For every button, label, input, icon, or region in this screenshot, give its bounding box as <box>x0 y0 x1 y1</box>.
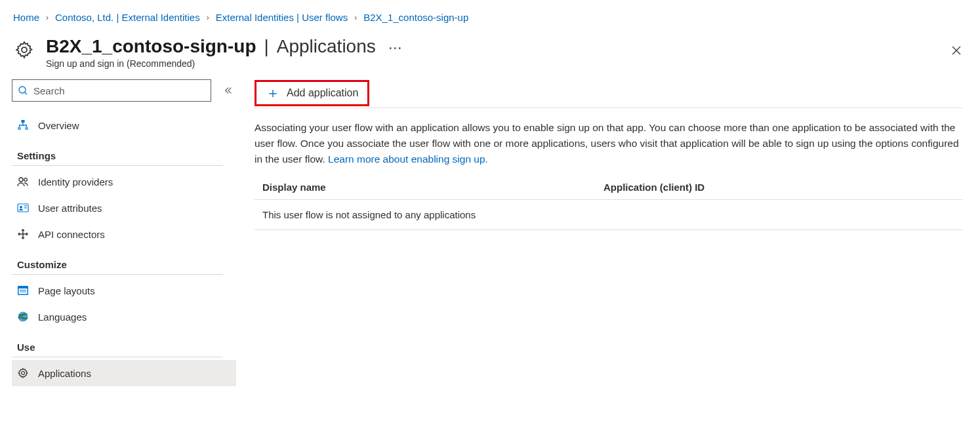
more-menu-icon[interactable]: ··· <box>380 42 403 56</box>
move-icon <box>17 228 29 240</box>
plus-icon: ＋ <box>266 86 280 100</box>
chevron-right-icon: › <box>207 13 209 22</box>
sidebar-item-applications[interactable]: Applications <box>12 360 236 386</box>
breadcrumb-user-flows[interactable]: External Identities | User flows <box>216 12 348 23</box>
chevron-right-icon: › <box>46 13 49 22</box>
breadcrumb-external-identities[interactable]: Contoso, Ltd. | External Identities <box>55 12 200 23</box>
page-section: Applications <box>277 36 376 57</box>
svg-point-9 <box>24 178 28 182</box>
breadcrumb-home[interactable]: Home <box>13 12 39 23</box>
applications-table: Display name Application (client) ID Thi… <box>255 175 963 230</box>
svg-point-8 <box>19 178 23 182</box>
svg-line-4 <box>25 92 28 95</box>
chevron-right-icon: › <box>354 13 357 22</box>
page-subtitle: Sign up and sign in (Recommended) <box>46 58 935 69</box>
page-title: B2X_1_contoso-sign-up | Applications ··· <box>46 36 935 57</box>
id-card-icon <box>17 202 29 214</box>
sidebar-item-page-layouts[interactable]: Page layouts <box>12 277 236 304</box>
sidebar-item-identity-providers[interactable]: Identity providers <box>12 168 236 195</box>
breadcrumb: Home › Contoso, Ltd. | External Identiti… <box>0 0 980 30</box>
svg-point-0 <box>22 47 27 52</box>
svg-point-19 <box>22 372 25 375</box>
gear-icon <box>13 39 35 61</box>
gear-icon <box>17 367 29 379</box>
collapse-sidebar-button[interactable] <box>220 83 236 98</box>
column-display-name[interactable]: Display name <box>262 182 603 193</box>
table-empty-row: This user flow is not assigned to any ap… <box>255 200 963 230</box>
sidebar-item-user-attributes[interactable]: User attributes <box>12 195 236 221</box>
main-content: ＋ Add application Associating your user … <box>236 74 980 386</box>
sidebar-item-label: Overview <box>38 120 79 131</box>
search-icon <box>18 85 28 96</box>
sidebar-item-label: User attributes <box>38 203 102 214</box>
svg-point-11 <box>20 206 22 208</box>
sidebar-item-label: Languages <box>38 311 87 323</box>
svg-rect-5 <box>22 120 25 123</box>
sidebar-section-customize: Customize <box>12 247 223 275</box>
search-input[interactable] <box>33 85 205 96</box>
sidebar-item-api-connectors[interactable]: API connectors <box>12 221 236 247</box>
sidebar-item-languages[interactable]: Languages <box>12 304 236 330</box>
sidebar-item-label: API connectors <box>38 229 105 240</box>
add-application-label: Add application <box>287 87 358 99</box>
close-button[interactable] <box>946 40 967 61</box>
sitemap-icon <box>17 119 29 131</box>
sidebar: Overview Settings Identity providers <box>0 74 236 386</box>
page-header: B2X_1_contoso-sign-up | Applications ···… <box>0 30 980 74</box>
sidebar-item-label: Page layouts <box>38 285 95 296</box>
sidebar-section-use: Use <box>12 330 223 357</box>
title-separator: | <box>260 36 272 57</box>
sidebar-item-label: Identity providers <box>38 176 113 188</box>
people-icon <box>17 176 29 188</box>
sidebar-item-label: Applications <box>38 368 91 379</box>
sidebar-item-overview[interactable]: Overview <box>12 112 236 138</box>
table-header: Display name Application (client) ID <box>255 175 963 200</box>
breadcrumb-current: B2X_1_contoso-sign-up <box>363 12 468 23</box>
toolbar: ＋ Add application <box>255 79 963 108</box>
globe-icon <box>17 311 29 323</box>
resource-name: B2X_1_contoso-sign-up <box>46 36 256 57</box>
learn-more-link[interactable]: Learn more about enabling sign up. <box>328 153 488 165</box>
description-text: Associating your user flow with an appli… <box>255 108 963 175</box>
svg-rect-15 <box>19 288 28 294</box>
layout-icon <box>17 285 29 296</box>
column-client-id[interactable]: Application (client) ID <box>603 182 955 193</box>
add-application-button[interactable]: ＋ Add application <box>255 80 369 106</box>
sidebar-section-settings: Settings <box>12 138 223 166</box>
svg-rect-6 <box>18 127 21 130</box>
svg-rect-7 <box>25 127 28 130</box>
search-input-wrapper[interactable] <box>12 79 211 102</box>
